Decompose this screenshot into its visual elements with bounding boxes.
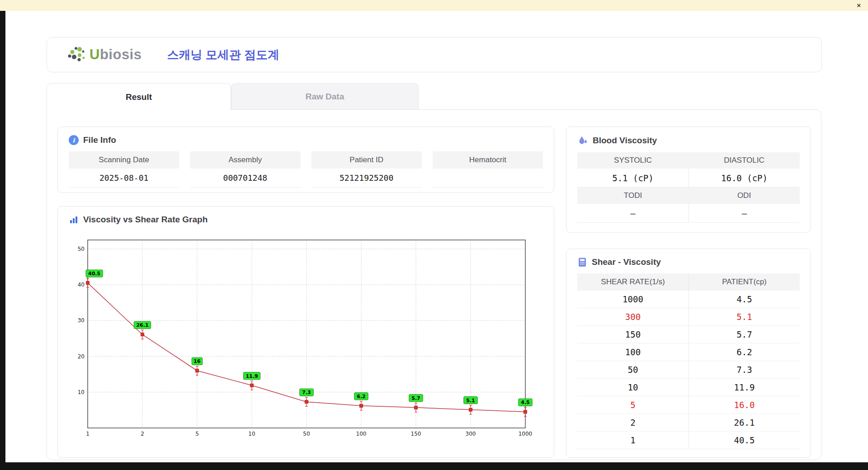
patient-viscosity-cell: 5.1 (689, 308, 800, 325)
calculator-icon (577, 257, 587, 267)
shear-table-row: 507.3 (577, 361, 800, 379)
svg-text:16: 16 (193, 358, 201, 364)
shear-table-header: SHEAR RATE(1/s) PATIENT(cp) (577, 273, 800, 291)
svg-text:40.5: 40.5 (88, 271, 100, 277)
result-panel: i File Info Scanning Date2025-08-01Assem… (47, 109, 821, 460)
blood-viscosity-value-cell: – (577, 204, 689, 223)
shear-table-row: 140.5 (577, 432, 800, 449)
shear-table-row: 1006.2 (577, 343, 800, 361)
shear-rate-cell: 1 (577, 432, 689, 449)
svg-text:50: 50 (78, 246, 85, 252)
graph-title: Viscosity vs Shear Rate Graph (83, 215, 208, 225)
file-info-column: Hematocrit (433, 151, 543, 188)
file-info-field-label: Patient ID (311, 151, 422, 169)
svg-text:1000: 1000 (519, 431, 533, 437)
svg-text:50: 50 (303, 431, 310, 437)
file-info-field-value: 2025-08-01 (69, 169, 179, 188)
blood-viscosity-header-cell: TODI (577, 188, 689, 204)
blood-viscosity-value-cell: 16.0 (cP) (689, 169, 800, 188)
close-icon[interactable]: × (857, 1, 861, 10)
blood-viscosity-title: Blood Viscosity (593, 136, 657, 146)
blood-viscosity-card: Blood Viscosity SYSTOLICDIASTOLIC5.1 (cP… (566, 127, 811, 233)
shear-table-row: 226.1 (577, 414, 800, 432)
svg-text:10: 10 (78, 389, 85, 395)
file-info-field-value: 52121925200 (311, 169, 422, 188)
brand-text: Ubiosis (90, 47, 142, 63)
viscosity-graph-card: Viscosity vs Shear Rate Graph 1251050100… (57, 206, 554, 458)
blood-viscosity-value-row: 5.1 (cP)16.0 (cP) (577, 169, 800, 188)
app-window: Ubiosis 스캐닝 모세관 점도계 Result Raw Data i Fi… (5, 11, 868, 462)
blood-viscosity-value-cell: – (689, 204, 800, 223)
patient-viscosity-cell: 40.5 (689, 432, 800, 449)
logo-dots-icon (66, 46, 87, 64)
svg-text:300: 300 (466, 431, 476, 437)
svg-text:150: 150 (411, 431, 421, 437)
svg-text:26.1: 26.1 (136, 322, 148, 328)
patient-viscosity-cell: 26.1 (689, 414, 800, 431)
file-info-column: Patient ID52121925200 (311, 151, 422, 188)
svg-text:30: 30 (78, 317, 85, 324)
blood-viscosity-header-cell: DIASTOLIC (689, 152, 800, 169)
droplets-icon (577, 135, 588, 146)
svg-text:40: 40 (78, 282, 85, 288)
info-icon: i (69, 135, 79, 145)
patient-viscosity-cell: 6.2 (689, 343, 800, 361)
tab-raw-data[interactable]: Raw Data (231, 83, 419, 109)
shear-viscosity-card: Shear - Viscosity SHEAR RATE(1/s) PATIEN… (566, 249, 811, 458)
file-info-column: Assembly000701248 (190, 151, 300, 188)
shear-table-row: 1505.7 (577, 326, 800, 343)
svg-text:11.9: 11.9 (245, 373, 258, 379)
svg-text:10: 10 (248, 431, 255, 437)
shear-viscosity-table: SHEAR RATE(1/s) PATIENT(cp) 10004.53005.… (577, 273, 800, 449)
brand-rest: biosis (100, 47, 142, 62)
svg-text:1: 1 (86, 431, 90, 437)
shear-rate-cell: 2 (577, 414, 689, 431)
shear-table-row: 516.0 (577, 396, 800, 414)
svg-text:100: 100 (356, 431, 367, 437)
svg-text:2: 2 (141, 431, 144, 437)
tab-result[interactable]: Result (47, 83, 231, 110)
ubiosis-logo: Ubiosis (66, 46, 142, 64)
shear-rate-cell: 150 (577, 326, 689, 343)
shear-table-row: 3005.1 (577, 308, 800, 326)
header-card: Ubiosis 스캐닝 모세관 점도계 (47, 37, 822, 72)
blood-viscosity-value-row: –– (577, 204, 800, 223)
patient-viscosity-cell: 7.3 (689, 361, 800, 378)
title-bar: × (0, 0, 868, 11)
svg-text:5.7: 5.7 (411, 395, 420, 401)
shear-rate-column-header: SHEAR RATE(1/s) (577, 273, 689, 291)
shear-table-row: 10004.5 (577, 291, 800, 308)
shear-rate-cell: 100 (577, 343, 689, 361)
file-info-column: Scanning Date2025-08-01 (69, 151, 179, 188)
blood-viscosity-value-cell: 5.1 (cP) (577, 169, 689, 188)
file-info-grid: Scanning Date2025-08-01Assembly000701248… (69, 151, 543, 188)
shear-rate-cell: 5 (577, 396, 689, 414)
page-title: 스캐닝 모세관 점도계 (167, 47, 279, 63)
file-info-field-value (433, 169, 543, 188)
blood-viscosity-table: SYSTOLICDIASTOLIC5.1 (cP)16.0 (cP)TODIOD… (577, 152, 800, 223)
patient-column-header: PATIENT(cp) (689, 273, 800, 291)
shear-rate-cell: 10 (577, 379, 689, 396)
file-info-field-label: Assembly (190, 151, 300, 169)
shear-rate-cell: 300 (577, 308, 689, 325)
file-info-field-label: Scanning Date (69, 151, 179, 169)
file-info-field-value: 000701248 (190, 169, 300, 188)
blood-viscosity-header-cell: SYSTOLIC (577, 152, 689, 169)
shear-table-row: 1011.9 (577, 379, 800, 396)
svg-text:5.1: 5.1 (466, 398, 475, 404)
shear-rate-cell: 1000 (577, 291, 689, 308)
file-info-title: File Info (83, 135, 116, 145)
patient-viscosity-cell: 16.0 (689, 396, 800, 414)
brand-u: U (90, 47, 100, 62)
shear-rate-cell: 50 (577, 361, 689, 378)
svg-text:6.2: 6.2 (357, 394, 366, 400)
viscosity-chart: 12510501001503001000102030405040.526.116… (69, 231, 541, 443)
svg-text:7.3: 7.3 (302, 390, 311, 395)
file-info-field-label: Hematocrit (433, 151, 543, 169)
shear-table-body: 10004.53005.11505.71006.2507.31011.9516.… (577, 291, 800, 449)
blood-viscosity-header-cell: ODI (689, 188, 800, 204)
patient-viscosity-cell: 5.7 (689, 326, 800, 343)
patient-viscosity-cell: 11.9 (689, 379, 800, 396)
svg-text:20: 20 (78, 353, 85, 360)
shear-viscosity-title: Shear - Viscosity (592, 257, 661, 267)
